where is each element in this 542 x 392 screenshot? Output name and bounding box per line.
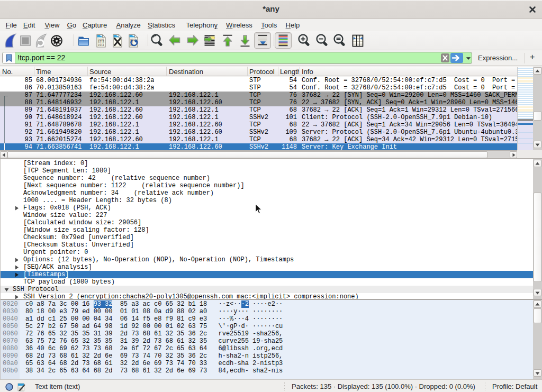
svg-text:0111: 0111 bbox=[98, 44, 104, 47]
